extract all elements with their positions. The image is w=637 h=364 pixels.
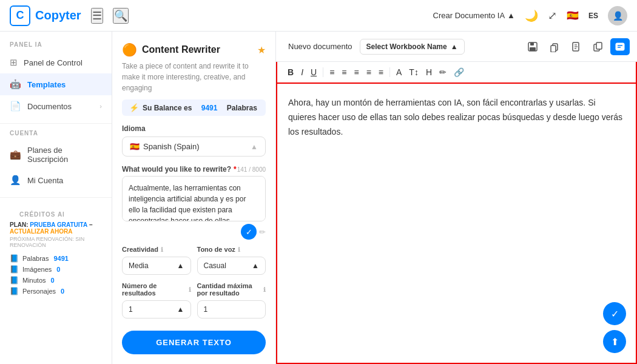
tono-label: Tono de voz ℹ	[197, 246, 266, 253]
personajes-icon: 📘	[10, 287, 19, 295]
balance-badge: ⚡ Su Balance es 9491 Palabras	[122, 99, 266, 116]
fmt-underline[interactable]: U	[308, 66, 320, 79]
editor-content[interactable]: Ahora, hay un montón de herramientas con…	[288, 96, 625, 139]
toolbar-duplicate-icon[interactable]	[588, 38, 608, 55]
plan-actualizar-link[interactable]: ACTUALIZAR AHORA	[10, 228, 73, 235]
sidebar-item-planes[interactable]: 💼 Planes de Suscripción	[0, 140, 112, 169]
chevron-up-icon-4: ▲	[177, 305, 184, 314]
editor-content-wrapper: Ahora, hay un montón de herramientas con…	[276, 84, 637, 364]
flag-icon: 🇪🇸	[567, 10, 579, 21]
cantidad-max-label: Cantidad máxima por resultado ℹ	[197, 282, 266, 297]
fmt-link[interactable]: 🔗	[451, 66, 467, 79]
dark-mode-icon[interactable]: 🌙	[525, 9, 538, 22]
plan-info: PLAN: PRUEBA GRATUITA – ACTUALIZAR AHORA	[10, 221, 102, 235]
sidebar-item-label-panel: Panel de Control	[24, 58, 83, 67]
sidebar-item-panel-control[interactable]: ⊞ Panel de Control	[0, 52, 112, 73]
fmt-color[interactable]: A	[393, 66, 405, 79]
sidebar-item-templates[interactable]: 🤖 Templates	[0, 73, 112, 95]
proxima-renovacion: PRÓXIMA RENOVACIÓN: SIN RENOVACIÓN	[10, 236, 102, 248]
editor-panel: Nuevo documento Select Workbook Name ▲	[276, 32, 637, 364]
search-icon[interactable]: 🔍	[113, 8, 129, 24]
creatividad-group: Creatividad ℹ Media ▲	[122, 246, 191, 275]
check-button[interactable]: ✓	[241, 224, 257, 240]
toolbar-copy-icon[interactable]	[545, 38, 564, 55]
fmt-bold[interactable]: B	[285, 66, 297, 79]
generar-texto-button[interactable]: GENERAR TEXTO	[122, 331, 266, 354]
lightning-icon: ⚡	[129, 103, 139, 112]
check-area: ✓ ✏	[112, 224, 275, 246]
fmt-align-left[interactable]: ≡	[326, 66, 337, 79]
sidebar-item-mi-cuenta[interactable]: 👤 Mi Cuenta	[0, 169, 112, 191]
edit-icon-btn[interactable]: ✏	[259, 224, 266, 240]
grid-icon: ⊞	[10, 57, 18, 68]
cantidad-max-select[interactable]: 1	[197, 300, 266, 318]
ai-icon: 🤖	[10, 79, 21, 90]
palabras-value: 9491	[53, 255, 68, 262]
credits-imagenes: 📘 Imágenes 0	[10, 265, 102, 274]
fmt-divider-2	[389, 67, 390, 77]
crear-documento-btn[interactable]: Crear Documento IA ▲	[433, 11, 515, 20]
scroll-up-fab-button[interactable]: ⬆	[603, 330, 626, 353]
svg-rect-10	[596, 42, 602, 49]
credits-section: CRÉDITOS AI PLAN: PRUEBA GRATUITA – ACTU…	[0, 204, 112, 354]
tono-select[interactable]: Casual ▲	[197, 257, 266, 275]
avatar[interactable]: 👤	[608, 6, 627, 25]
sidebar-item-label-templates: Templates	[27, 80, 66, 89]
sidebar-item-label-documentos: Documentos	[27, 102, 72, 111]
panel-ia-label: PANEL IA	[0, 41, 112, 52]
fmt-align-right[interactable]: ≡	[351, 66, 362, 79]
content-panel: 🟠 Content Rewriter ★ Take a piece of con…	[112, 32, 276, 364]
creditos-label: CRÉDITOS AI	[10, 211, 102, 221]
cantidad-info-icon[interactable]: ℹ	[263, 286, 266, 293]
rewrite-textarea[interactable]: Actualmente, las herramientas con inteli…	[122, 176, 266, 221]
workbook-select[interactable]: Select Workbook Name ▲	[360, 39, 465, 55]
num-info-icon[interactable]: ℹ	[189, 286, 191, 293]
logo[interactable]: C Copyter	[10, 5, 81, 26]
star-icon[interactable]: ★	[257, 44, 266, 56]
cantidad-max-value: 1	[204, 305, 208, 314]
tono-group: Tono de voz ℹ Casual ▲	[197, 246, 266, 275]
user-icon: 👤	[10, 175, 21, 186]
num-resultados-select[interactable]: 1 ▲	[122, 300, 191, 318]
chevron-up-icon-2: ▲	[177, 261, 184, 270]
personajes-value: 0	[61, 288, 64, 295]
sidebar-item-documentos[interactable]: 📄 Documentos ›	[0, 95, 112, 117]
fmt-justify[interactable]: ≡	[363, 66, 374, 79]
num-resultados-label: Número de resultados ℹ	[122, 282, 191, 297]
fmt-fontsize[interactable]: T↕	[406, 66, 422, 79]
fmt-italic[interactable]: I	[298, 66, 306, 79]
balance-unit: Palabras	[227, 104, 257, 112]
creatividad-tono-row: Creatividad ℹ Media ▲ Tono de voz ℹ Casu…	[112, 246, 275, 282]
cuenta-label: CUENTA	[0, 130, 112, 140]
balance-label: Su Balance es	[143, 104, 192, 112]
fmt-align-center[interactable]: ≡	[339, 66, 349, 79]
idioma-flag: 🇪🇸	[130, 142, 140, 151]
plan-prueba-link[interactable]: PRUEBA GRATUITA	[30, 221, 87, 228]
panel-header: 🟠 Content Rewriter ★	[112, 32, 275, 61]
sidebar-item-label-cuenta: Mi Cuenta	[27, 176, 63, 185]
chevron-up-icon: ▲	[251, 143, 258, 151]
idioma-label: Idioma	[112, 124, 275, 136]
tono-info-icon[interactable]: ℹ	[238, 246, 240, 253]
palabras-label: Palabras	[22, 255, 49, 262]
workbook-chevron-icon: ▲	[451, 42, 458, 51]
toolbar-document-icon[interactable]	[567, 38, 586, 55]
panel-title: Content Rewriter	[142, 44, 220, 55]
fmt-heading[interactable]: H	[423, 66, 435, 79]
check-fab-button[interactable]: ✓	[603, 302, 626, 325]
creatividad-select[interactable]: Media ▲	[122, 257, 191, 275]
expand-icon[interactable]: ⤢	[548, 9, 557, 22]
imagenes-icon: 📘	[10, 265, 19, 274]
logo-letter: C	[10, 5, 30, 26]
svg-rect-2	[530, 47, 536, 51]
creatividad-info-icon[interactable]: ℹ	[161, 246, 163, 253]
panel-description: Take a piece of content and rewrite it t…	[112, 61, 275, 99]
menu-icon[interactable]: ☰	[91, 8, 103, 24]
toolbar-save-icon[interactable]	[523, 38, 542, 55]
credits-palabras: 📘 Palabras 9491	[10, 254, 102, 263]
toolbar-active-icon[interactable]	[610, 38, 630, 55]
fmt-pen[interactable]: ✏	[436, 66, 450, 79]
doc-name-button[interactable]: Nuevo documento	[283, 39, 357, 53]
idioma-select[interactable]: 🇪🇸 Spanish (Spain) ▲	[122, 136, 266, 157]
fmt-list[interactable]: ≡	[376, 66, 386, 79]
